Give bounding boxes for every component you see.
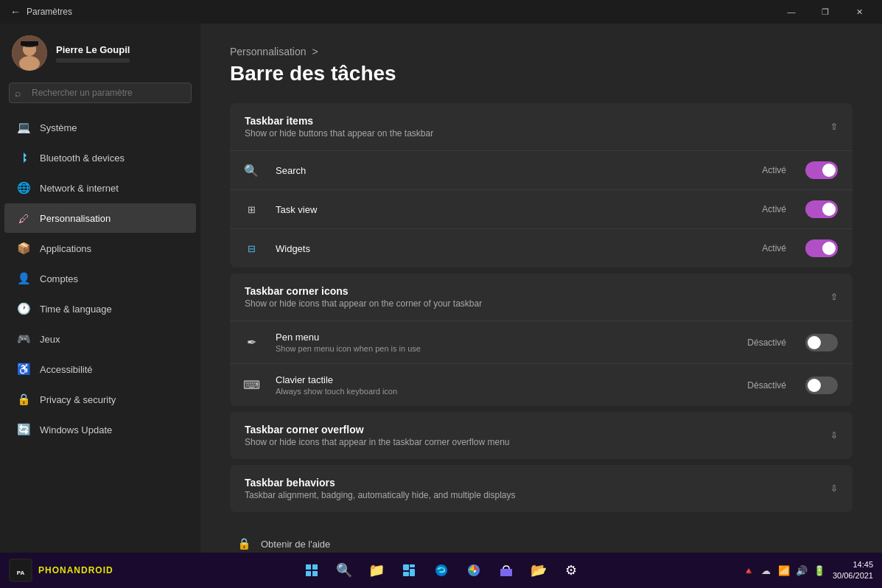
sidebar-item-applications[interactable]: 📦 Applications <box>4 234 196 263</box>
sidebar-item-label: Comptes <box>40 273 78 284</box>
profile-bar <box>56 58 130 63</box>
sidebar-item-time[interactable]: 🕐 Time & language <box>4 294 196 323</box>
setting-label: Widgets <box>276 243 752 254</box>
avatar-image <box>12 35 47 71</box>
start-button[interactable] <box>298 557 325 584</box>
tray-expand-icon[interactable]: 🔺 <box>741 563 756 578</box>
section-subtitle: Show or hide icons that appear on the co… <box>245 298 482 309</box>
sidebar-item-label: Network & internet <box>40 183 119 194</box>
sidebar-profile: Pierre Le Goupil <box>0 24 200 80</box>
tray-volume-icon[interactable]: 🔊 <box>794 563 809 578</box>
setting-search: 🔍 Search Activé <box>230 150 853 189</box>
taskbar-search-button[interactable]: 🔍 <box>331 557 357 584</box>
svg-rect-19 <box>500 569 512 576</box>
tray-battery-icon[interactable]: 🔋 <box>812 563 827 578</box>
sidebar-item-label: Jeux <box>40 334 60 345</box>
setting-widgets: ⊟ Widgets Activé <box>230 228 853 267</box>
sidebar-item-bluetooth[interactable]: Bluetooth & devices <box>4 143 196 172</box>
maximize-button[interactable]: ❐ <box>808 0 842 24</box>
section-subtitle: Show or hide icons that appear in the ta… <box>245 437 510 447</box>
setting-pen-menu: ✒ Pen menu Show pen menu icon when pen i… <box>230 321 853 363</box>
sidebar-item-label: Personnalisation <box>40 213 111 224</box>
taskbar-files-button[interactable]: 📂 <box>525 557 552 584</box>
taskbar-center: 🔍 📁 <box>298 557 584 584</box>
applications-icon: 📦 <box>16 241 31 256</box>
section-subtitle: Show or hide buttons that appear on the … <box>245 128 433 139</box>
section-taskbar-items-header[interactable]: Taskbar items Show or hide buttons that … <box>230 103 853 150</box>
breadcrumb: Personnalisation > <box>230 46 853 57</box>
avatar <box>12 35 47 71</box>
back-button[interactable]: ← <box>10 6 21 18</box>
help-link-aide[interactable]: 🔒 Obtenir de l'aide <box>233 530 850 553</box>
keyboard-toggle[interactable] <box>805 377 838 394</box>
svg-rect-13 <box>410 564 415 567</box>
taskview-status: Activé <box>762 204 786 214</box>
system-icon: 💻 <box>16 120 31 135</box>
time-icon: 🕐 <box>16 301 31 316</box>
profile-info: Pierre Le Goupil <box>56 44 130 63</box>
sidebar-item-label: Windows Update <box>40 424 112 435</box>
title-bar-left: ← Paramètres <box>10 6 72 18</box>
close-button[interactable]: ✕ <box>842 0 876 24</box>
sidebar-item-personalisation[interactable]: 🖊 Personnalisation <box>4 203 196 233</box>
section-corner-overflow-header[interactable]: Taskbar corner overflow Show or hide ico… <box>230 412 853 459</box>
tray-cloud-icon[interactable]: ☁ <box>759 563 774 578</box>
taskbar-edge-button[interactable] <box>428 557 455 584</box>
sidebar-item-accessibilite[interactable]: ♿ Accessibilité <box>4 354 196 384</box>
search-toggle[interactable] <box>805 161 838 179</box>
taskview-toggle[interactable] <box>805 200 838 218</box>
breadcrumb-parent[interactable]: Personnalisation <box>230 46 307 57</box>
personalisation-icon: 🖊 <box>16 211 31 225</box>
profile-name: Pierre Le Goupil <box>56 44 130 55</box>
taskbar-settings-button[interactable]: ⚙ <box>558 557 584 584</box>
setting-text-search: Search <box>276 165 752 176</box>
toggle-knob <box>808 336 821 349</box>
sidebar-item-jeux[interactable]: 🎮 Jeux <box>4 324 196 354</box>
taskbar-store-button[interactable] <box>493 557 519 584</box>
section-header-text: Taskbar corner overflow Show or hide ico… <box>245 424 510 447</box>
tray-wifi-icon[interactable]: 📶 <box>777 563 791 578</box>
taskbar: PA PHONANDROID 🔍 📁 <box>0 553 882 588</box>
svg-rect-12 <box>403 564 409 570</box>
brand-logo: PA <box>9 559 32 582</box>
sidebar: Pierre Le Goupil 💻 Système Blu <box>0 24 200 553</box>
svg-rect-9 <box>312 564 318 570</box>
svg-point-16 <box>435 564 447 576</box>
sidebar-item-network[interactable]: 🌐 Network & internet <box>4 173 196 203</box>
taskbar-explorer-button[interactable]: 📁 <box>363 557 390 584</box>
chevron-up-icon: ⇧ <box>830 122 838 132</box>
sidebar-item-label: Bluetooth & devices <box>40 153 125 164</box>
search-setting-icon: 🔍 <box>243 162 259 178</box>
search-container <box>0 80 200 112</box>
sidebar-item-comptes[interactable]: 👤 Comptes <box>4 264 196 293</box>
update-icon: 🔄 <box>16 422 31 437</box>
sidebar-item-systeme[interactable]: 💻 Système <box>4 113 196 142</box>
sidebar-item-label: Privacy & security <box>40 394 116 405</box>
search-status: Activé <box>762 165 786 175</box>
clock-time: 14:45 <box>833 559 873 570</box>
sidebar-item-privacy[interactable]: 🔒 Privacy & security <box>4 385 196 414</box>
taskbar-widgets-button[interactable] <box>396 557 422 584</box>
setting-text-widgets: Widgets <box>276 243 752 254</box>
widgets-toggle[interactable] <box>805 239 838 257</box>
section-header-text: Taskbar items Show or hide buttons that … <box>245 115 433 139</box>
clock[interactable]: 14:45 30/06/2021 <box>833 559 873 582</box>
pen-toggle[interactable] <box>805 334 838 351</box>
minimize-button[interactable]: — <box>774 0 808 24</box>
taskbar-chrome-button[interactable] <box>461 557 487 584</box>
pen-setting-icon: ✒ <box>243 335 259 351</box>
section-corner-icons-header[interactable]: Taskbar corner icons Show or hide icons … <box>230 273 853 321</box>
svg-rect-5 <box>21 41 38 46</box>
setting-label: Task view <box>276 204 752 215</box>
section-title: Taskbar corner overflow <box>245 424 510 435</box>
sidebar-item-label: Time & language <box>40 304 112 315</box>
svg-rect-14 <box>410 569 415 576</box>
widgets-status: Activé <box>762 243 786 253</box>
search-wrapper <box>9 83 192 103</box>
section-taskbar-corner-overflow: Taskbar corner overflow Show or hide ico… <box>230 412 853 459</box>
search-input[interactable] <box>9 83 192 103</box>
title-bar-controls: — ❐ ✕ <box>774 0 876 24</box>
sidebar-item-update[interactable]: 🔄 Windows Update <box>4 415 196 444</box>
section-subtitle: Taskbar alignment, badging, automaticall… <box>245 490 516 500</box>
section-behaviors-header[interactable]: Taskbar behaviors Taskbar alignment, bad… <box>230 465 853 512</box>
